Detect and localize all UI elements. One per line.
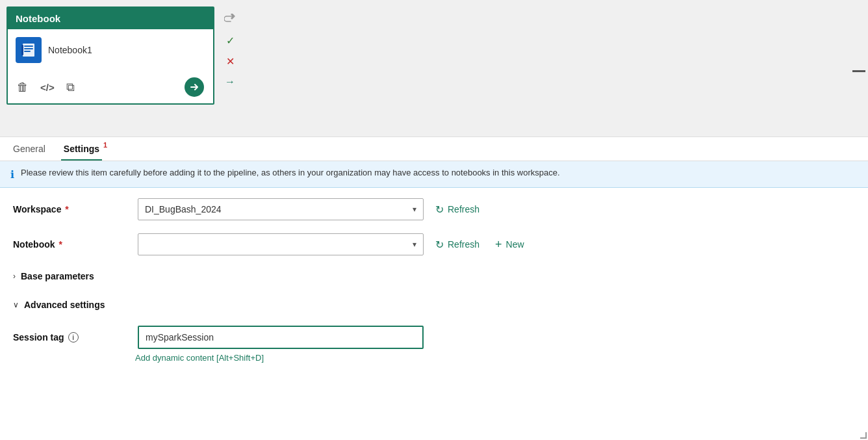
base-parameters-expander[interactable]: › Base parameters — [13, 268, 855, 284]
session-tag-input[interactable] — [138, 326, 424, 349]
confirm-button[interactable]: ✓ — [221, 31, 239, 49]
session-tag-label-group: Session tag i — [13, 332, 130, 343]
notebook-select[interactable]: ▾ — [138, 233, 424, 255]
workspace-refresh-icon: ↻ — [435, 203, 444, 216]
code-icon[interactable]: </> — [40, 82, 55, 93]
workspace-select-input[interactable]: DI_BugBash_2024 — [145, 199, 416, 220]
tab-general-label: General — [13, 144, 45, 154]
navigate-right-button[interactable]: → — [221, 73, 239, 91]
info-banner-text: Please review this item carefully before… — [21, 168, 560, 177]
notebook-card: Notebook Notebook1 🗑 </> — [6, 6, 214, 105]
resize-handle[interactable] — [860, 432, 867, 439]
side-toolbar: ✓ ✕ → — [217, 6, 243, 95]
advanced-settings-label: Advanced settings — [24, 300, 105, 310]
session-tag-row: Session tag i — [13, 326, 855, 349]
minimize-bar[interactable] — [852, 70, 865, 72]
workspace-refresh-button[interactable]: ↻ Refresh — [431, 201, 483, 218]
delete-icon[interactable]: 🗑 — [17, 81, 29, 94]
svg-rect-4 — [24, 51, 31, 52]
info-banner-icon: ℹ — [10, 168, 14, 181]
cancel-icon[interactable]: ✕ — [221, 52, 239, 70]
workspace-select[interactable]: DI_BugBash_2024 ▾ — [138, 198, 424, 220]
session-tag-info-icon[interactable]: i — [68, 332, 79, 343]
go-button[interactable] — [185, 77, 204, 97]
base-parameters-label: Base parameters — [21, 271, 94, 281]
advanced-settings-chevron-icon: ∨ — [13, 300, 19, 309]
notebook-card-footer: 🗑 </> ⧉ — [8, 71, 213, 103]
notebook-file-icon — [16, 37, 42, 63]
session-tag-label: Session tag — [13, 332, 64, 343]
top-area: Notebook Notebook1 🗑 </> — [0, 0, 868, 136]
copy-icon[interactable]: ⧉ — [66, 81, 75, 94]
workspace-row: Workspace * DI_BugBash_2024 ▾ ↻ Refresh — [13, 198, 855, 220]
notebook-plus-icon: + — [495, 238, 502, 252]
notebook-required: * — [57, 239, 62, 250]
tabs-row: General Settings 1 — [0, 137, 868, 161]
notebook-refresh-icon: ↻ — [435, 239, 444, 251]
notebook-card-title: Notebook — [16, 13, 60, 24]
advanced-settings-expander[interactable]: ∨ Advanced settings — [13, 297, 855, 313]
notebook-new-button[interactable]: + New — [491, 235, 528, 254]
notebook-card-header: Notebook — [8, 8, 213, 29]
tab-general[interactable]: General — [10, 137, 48, 161]
base-parameters-chevron-icon: › — [13, 272, 16, 281]
notebook-refresh-label: Refresh — [448, 239, 479, 250]
main-container: Notebook Notebook1 🗑 </> — [0, 0, 868, 440]
notebook-name-label: Notebook1 — [48, 45, 92, 55]
dynamic-content-link[interactable]: Add dynamic content [Alt+Shift+D] — [135, 353, 855, 363]
notebook-new-label: New — [506, 239, 524, 250]
svg-rect-2 — [24, 45, 33, 47]
svg-rect-3 — [24, 48, 33, 49]
workspace-label: Workspace * — [13, 204, 130, 214]
notebook-refresh-button[interactable]: ↻ Refresh — [431, 236, 483, 253]
session-tag-section: Session tag i Add dynamic content [Alt+S… — [13, 326, 855, 363]
notebook-row: Notebook * ▾ ↻ Refresh + New — [13, 233, 855, 255]
tab-settings[interactable]: Settings 1 — [61, 137, 102, 161]
notebook-card-body: Notebook1 — [8, 29, 213, 71]
redo-button[interactable] — [221, 10, 239, 29]
info-banner: ℹ Please review this item carefully befo… — [0, 161, 868, 188]
tab-settings-label: Settings — [64, 144, 99, 154]
settings-badge: 1 — [103, 141, 107, 149]
workspace-required: * — [62, 204, 68, 214]
settings-content: Workspace * DI_BugBash_2024 ▾ ↻ Refresh … — [0, 188, 868, 373]
settings-panel: General Settings 1 ℹ Please review this … — [0, 136, 868, 440]
notebook-select-input[interactable] — [145, 234, 416, 255]
workspace-refresh-label: Refresh — [448, 204, 479, 214]
svg-rect-5 — [21, 45, 23, 55]
notebook-field-label: Notebook * — [13, 239, 130, 250]
